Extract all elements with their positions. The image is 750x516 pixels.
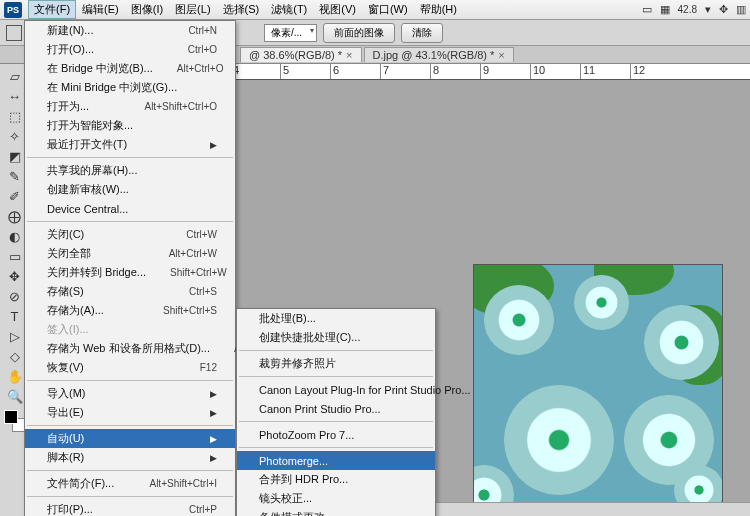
file-menu-item[interactable]: Device Central... (25, 199, 235, 218)
file-menu-item[interactable]: 存储(S)Ctrl+S (25, 282, 235, 301)
menu-选择[interactable]: 选择(S) (217, 0, 266, 19)
close-icon[interactable]: × (498, 49, 504, 61)
tool-7[interactable]: ⨁ (3, 206, 27, 226)
automate-item[interactable]: Photomerge... (237, 451, 435, 470)
automate-item[interactable]: 裁剪并修齐照片 (237, 354, 435, 373)
file-menu-item[interactable]: 打开(O)...Ctrl+O (25, 40, 235, 59)
automate-item[interactable]: 合并到 HDR Pro... (237, 470, 435, 489)
file-menu-item[interactable]: 存储为(A)...Shift+Ctrl+S (25, 301, 235, 320)
automate-item[interactable]: 条件模式更改... (237, 508, 435, 516)
submenu-arrow-icon: ▶ (210, 434, 217, 444)
tool-0[interactable]: ▱ (3, 66, 27, 86)
layout-icon[interactable]: ▭ (642, 3, 652, 16)
automate-item[interactable]: 镜头校正... (237, 489, 435, 508)
automate-item[interactable]: 批处理(B)... (237, 309, 435, 328)
file-menu-item[interactable]: 创建新审核(W)... (25, 180, 235, 199)
menubar-right: ▭ ▦ 42.8 ▾ ✥ ▥ (642, 3, 746, 16)
document-tab[interactable]: @ 38.6%(RGB/8) *× (240, 47, 362, 62)
file-menu-item: 签入(I)... (25, 320, 235, 339)
tool-2[interactable]: ⬚ (3, 106, 27, 126)
menu-图像[interactable]: 图像(I) (125, 0, 169, 19)
zoom-value[interactable]: 42.8 (678, 4, 697, 15)
tool-4[interactable]: ◩ (3, 146, 27, 166)
hand-icon[interactable]: ✥ (719, 3, 728, 16)
file-menu-item[interactable]: 新建(N)...Ctrl+N (25, 21, 235, 40)
automate-item[interactable]: Canon Print Studio Pro... (237, 399, 435, 418)
submenu-arrow-icon: ▶ (210, 408, 217, 418)
automate-item[interactable]: Canon Layout Plug-In for Print Studio Pr… (237, 380, 435, 399)
submenu-arrow-icon: ▶ (210, 389, 217, 399)
menu-文件[interactable]: 文件(F) (28, 0, 76, 19)
menu-编辑[interactable]: 编辑(E) (76, 0, 125, 19)
menubar: PS 文件(F)编辑(E)图像(I)图层(L)选择(S)滤镜(T)视图(V)窗口… (0, 0, 750, 20)
file-menu-item[interactable]: 脚本(R)▶ (25, 448, 235, 467)
file-menu-item[interactable]: 文件简介(F)...Alt+Shift+Ctrl+I (25, 474, 235, 493)
file-menu-item[interactable]: 存储为 Web 和设备所用格式(D)...Alt+Shift+Ctrl+S (25, 339, 235, 358)
menu-图层[interactable]: 图层(L) (169, 0, 216, 19)
tool-14[interactable]: ◇ (3, 346, 27, 366)
automate-item[interactable]: PhotoZoom Pro 7... (237, 425, 435, 444)
submenu-arrow-icon: ▶ (210, 140, 217, 150)
file-menu-item[interactable]: 自动(U)▶ (25, 429, 235, 448)
file-menu-item[interactable]: 在 Mini Bridge 中浏览(G)... (25, 78, 235, 97)
document-window[interactable] (474, 265, 722, 513)
close-icon[interactable]: × (346, 49, 352, 61)
file-menu-item[interactable]: 打印(P)...Ctrl+P (25, 500, 235, 516)
automate-submenu: 批处理(B)...创建快捷批处理(C)...裁剪并修齐照片Canon Layou… (236, 308, 436, 516)
screen-mode-icon[interactable]: ▦ (660, 3, 670, 16)
clear-button[interactable]: 清除 (401, 23, 443, 43)
tool-13[interactable]: ▷ (3, 326, 27, 346)
file-menu-item[interactable]: 关闭(C)Ctrl+W (25, 225, 235, 244)
crop-tool-icon[interactable] (6, 25, 22, 41)
submenu-arrow-icon: ▶ (210, 453, 217, 463)
unit-dropdown[interactable]: 像素/... (264, 24, 317, 42)
file-menu-item[interactable]: 导入(M)▶ (25, 384, 235, 403)
automate-item[interactable]: 创建快捷批处理(C)... (237, 328, 435, 347)
file-menu-item[interactable]: 打开为智能对象... (25, 116, 235, 135)
front-image-button[interactable]: 前面的图像 (323, 23, 395, 43)
zoom-dropdown-icon[interactable]: ▾ (705, 3, 711, 16)
file-menu-item[interactable]: 恢复(V)F12 (25, 358, 235, 377)
file-menu-item[interactable]: 打开为...Alt+Shift+Ctrl+O (25, 97, 235, 116)
tool-15[interactable]: ✋ (3, 366, 27, 386)
file-menu-item[interactable]: 导出(E)▶ (25, 403, 235, 422)
tool-10[interactable]: ✥ (3, 266, 27, 286)
tool-1[interactable]: ↔ (3, 86, 27, 106)
file-menu-item[interactable]: 关闭并转到 Bridge...Shift+Ctrl+W (25, 263, 235, 282)
tool-6[interactable]: ✐ (3, 186, 27, 206)
menu-视图[interactable]: 视图(V) (313, 0, 362, 19)
file-menu-item[interactable]: 关闭全部Alt+Ctrl+W (25, 244, 235, 263)
app-icon: PS (4, 2, 22, 18)
file-menu-item[interactable]: 在 Bridge 中浏览(B)...Alt+Ctrl+O (25, 59, 235, 78)
color-swatches[interactable] (4, 410, 26, 432)
tool-3[interactable]: ✧ (3, 126, 27, 146)
tool-9[interactable]: ▭ (3, 246, 27, 266)
tool-5[interactable]: ✎ (3, 166, 27, 186)
menu-窗口[interactable]: 窗口(W) (362, 0, 414, 19)
tool-16[interactable]: 🔍 (3, 386, 27, 406)
extras-icon[interactable]: ▥ (736, 3, 746, 16)
tool-12[interactable]: T (3, 306, 27, 326)
file-menu-item[interactable]: 最近打开文件(T)▶ (25, 135, 235, 154)
document-tab[interactable]: D.jpg @ 43.1%(RGB/8) *× (364, 47, 514, 62)
tool-11[interactable]: ⊘ (3, 286, 27, 306)
file-menu-dropdown: 新建(N)...Ctrl+N打开(O)...Ctrl+O在 Bridge 中浏览… (24, 20, 236, 516)
menu-滤镜[interactable]: 滤镜(T) (265, 0, 313, 19)
menu-帮助[interactable]: 帮助(H) (414, 0, 463, 19)
tool-8[interactable]: ◐ (3, 226, 27, 246)
file-menu-item[interactable]: 共享我的屏幕(H)... (25, 161, 235, 180)
